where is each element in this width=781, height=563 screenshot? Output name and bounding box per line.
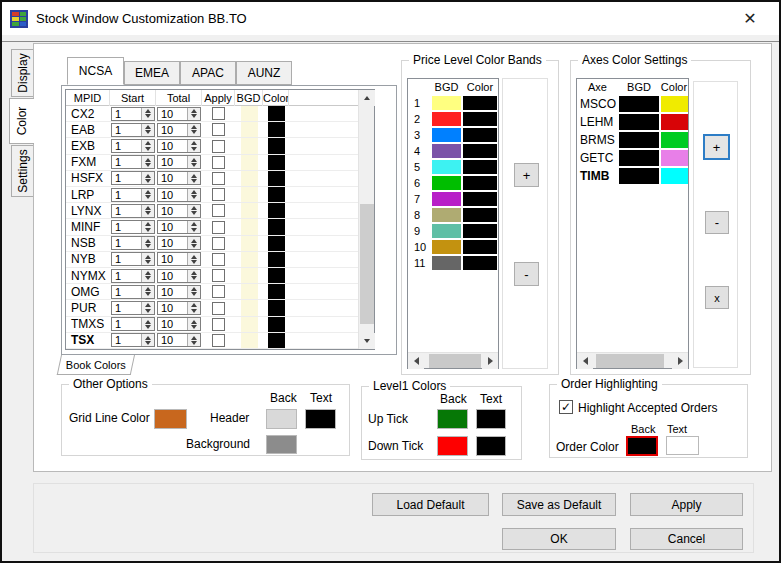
cancel-button[interactable]: Cancel [630, 528, 743, 550]
color-swatch[interactable] [268, 138, 285, 153]
background-swatch[interactable] [266, 435, 297, 454]
total-spinner[interactable]: 10 [157, 301, 201, 315]
start-spinner[interactable]: 1 [111, 301, 155, 315]
bgd-swatch[interactable] [241, 236, 258, 251]
spinner-arrows-icon[interactable] [141, 286, 154, 298]
tab-settings[interactable]: Settings [11, 145, 34, 197]
start-spinner[interactable]: 1 [111, 204, 155, 218]
apply-checkbox[interactable] [212, 221, 225, 234]
apply-checkbox[interactable] [212, 302, 225, 315]
remove-price-band-button[interactable]: - [514, 262, 539, 286]
down-back-swatch[interactable] [437, 436, 468, 456]
col-start[interactable]: Start [110, 90, 156, 106]
total-spinner[interactable]: 10 [157, 188, 201, 202]
delete-axe-button[interactable]: x [705, 286, 729, 309]
spinner-arrows-icon[interactable] [187, 156, 200, 168]
start-spinner[interactable]: 1 [111, 269, 155, 283]
spinner-arrows-icon[interactable] [187, 108, 200, 120]
bgd-swatch[interactable] [619, 168, 659, 184]
color-swatch[interactable] [268, 333, 285, 348]
apply-checkbox[interactable] [212, 204, 225, 217]
bgd-swatch[interactable] [241, 300, 258, 315]
scroll-right-icon[interactable] [672, 353, 688, 369]
apply-checkbox[interactable] [212, 123, 225, 136]
bgd-swatch[interactable] [432, 160, 461, 174]
color-swatch[interactable] [268, 155, 285, 170]
bgd-swatch[interactable] [241, 317, 258, 332]
bgd-swatch[interactable] [619, 150, 659, 166]
color-swatch[interactable] [268, 106, 285, 121]
spinner-arrows-icon[interactable] [141, 156, 154, 168]
bgd-swatch[interactable] [241, 203, 258, 218]
spinner-arrows-icon[interactable] [187, 270, 200, 282]
tab-emea[interactable]: EMEA [124, 61, 180, 85]
start-spinner[interactable]: 1 [111, 220, 155, 234]
color-swatch[interactable] [268, 236, 285, 251]
spinner-arrows-icon[interactable] [187, 221, 200, 233]
color-swatch[interactable] [268, 122, 285, 137]
start-spinner[interactable]: 1 [111, 171, 155, 185]
color-swatch[interactable] [661, 114, 688, 130]
spinner-arrows-icon[interactable] [187, 189, 200, 201]
bgd-swatch[interactable] [619, 114, 659, 130]
spinner-arrows-icon[interactable] [187, 140, 200, 152]
color-swatch[interactable] [661, 96, 688, 112]
price-horizontal-scrollbar[interactable] [408, 352, 498, 368]
spinner-arrows-icon[interactable] [187, 302, 200, 314]
bgd-swatch[interactable] [432, 208, 461, 222]
scrollbar-thumb[interactable] [360, 204, 374, 324]
color-swatch[interactable] [661, 132, 688, 148]
total-spinner[interactable]: 10 [157, 107, 201, 121]
spinner-arrows-icon[interactable] [187, 253, 200, 265]
total-spinner[interactable]: 10 [157, 171, 201, 185]
up-text-swatch[interactable] [476, 409, 506, 429]
bgd-swatch[interactable] [241, 252, 258, 267]
color-swatch[interactable] [463, 128, 497, 142]
color-swatch[interactable] [268, 317, 285, 332]
color-swatch[interactable] [661, 150, 688, 166]
spinner-arrows-icon[interactable] [141, 302, 154, 314]
bgd-swatch[interactable] [432, 128, 461, 142]
down-text-swatch[interactable] [476, 436, 506, 456]
bgd-swatch[interactable] [241, 122, 258, 137]
bgd-swatch[interactable] [241, 187, 258, 202]
mpid-vertical-scrollbar[interactable] [358, 90, 374, 349]
bgd-swatch[interactable] [432, 96, 461, 110]
col-mpid[interactable]: MPID [66, 90, 110, 106]
apply-checkbox[interactable] [212, 269, 225, 282]
spinner-arrows-icon[interactable] [141, 318, 154, 330]
color-swatch[interactable] [268, 203, 285, 218]
tab-ncsa[interactable]: NCSA [67, 57, 124, 85]
apply-checkbox[interactable] [212, 172, 225, 185]
start-spinner[interactable]: 1 [111, 236, 155, 250]
bgd-swatch[interactable] [432, 224, 461, 238]
spinner-arrows-icon[interactable] [187, 318, 200, 330]
load-default-button[interactable]: Load Default [372, 493, 489, 516]
order-text-swatch[interactable] [666, 436, 699, 455]
bgd-swatch[interactable] [619, 132, 659, 148]
bgd-swatch[interactable] [432, 144, 461, 158]
apply-checkbox[interactable] [212, 188, 225, 201]
start-spinner[interactable]: 1 [111, 155, 155, 169]
color-swatch[interactable] [268, 300, 285, 315]
apply-checkbox[interactable] [212, 253, 225, 266]
start-spinner[interactable]: 1 [111, 252, 155, 266]
bgd-swatch[interactable] [432, 176, 461, 190]
total-spinner[interactable]: 10 [157, 317, 201, 331]
start-spinner[interactable]: 1 [111, 317, 155, 331]
total-spinner[interactable]: 10 [157, 236, 201, 250]
tab-display[interactable]: Display [11, 49, 34, 97]
spinner-arrows-icon[interactable] [141, 270, 154, 282]
scroll-up-icon[interactable] [359, 90, 375, 106]
color-swatch[interactable] [268, 284, 285, 299]
color-swatch[interactable] [463, 208, 497, 222]
bgd-swatch[interactable] [432, 240, 461, 254]
bgd-swatch[interactable] [241, 268, 258, 283]
total-spinner[interactable]: 10 [157, 155, 201, 169]
bgd-swatch[interactable] [241, 155, 258, 170]
color-swatch[interactable] [463, 96, 497, 110]
total-spinner[interactable]: 10 [157, 204, 201, 218]
apply-checkbox[interactable] [212, 156, 225, 169]
tab-aunz[interactable]: AUNZ [236, 61, 292, 85]
spinner-arrows-icon[interactable] [141, 221, 154, 233]
